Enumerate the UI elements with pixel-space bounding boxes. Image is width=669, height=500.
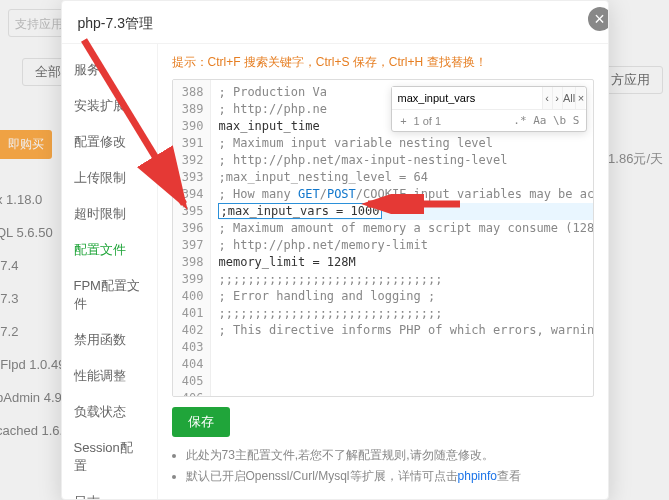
find-close-icon[interactable]: × bbox=[575, 87, 585, 109]
sidebar-item-5[interactable]: 配置文件 bbox=[62, 232, 157, 268]
sidebar-item-3[interactable]: 上传限制 bbox=[62, 160, 157, 196]
sidebar-item-9[interactable]: 负载状态 bbox=[62, 394, 157, 430]
sidebar-item-4[interactable]: 超时限制 bbox=[62, 196, 157, 232]
find-panel: ‹ › All × + 1 of 1 .* Aa \b S bbox=[391, 86, 587, 132]
code-line[interactable]: ;;;;;;;;;;;;;;;;;;;;;;;;;;;;;;; bbox=[219, 305, 593, 322]
editor-gutter: 3883893903913923933943953963973983994004… bbox=[173, 80, 211, 396]
sidebar-item-7[interactable]: 禁用函数 bbox=[62, 322, 157, 358]
sidebar-item-2[interactable]: 配置修改 bbox=[62, 124, 157, 160]
find-count: 1 of 1 bbox=[414, 115, 442, 127]
php-manage-modal: × php-7.3管理 服务安装扩展配置修改上传限制超时限制配置文件FPM配置文… bbox=[61, 0, 609, 500]
code-line[interactable]: ; How many GET/POST/COOKIE input variabl… bbox=[219, 186, 593, 203]
code-line[interactable]: ; http://php.net/max-input-nesting-level bbox=[219, 152, 593, 169]
modal-content: 提示：Ctrl+F 搜索关键字，Ctrl+S 保存，Ctrl+H 查找替换！ 3… bbox=[158, 44, 608, 499]
sidebar-item-11[interactable]: 日志 bbox=[62, 484, 157, 499]
find-next-button[interactable]: › bbox=[552, 87, 562, 109]
config-tips: 此处为73主配置文件,若您不了解配置规则,请勿随意修改。默认已开启Openssl… bbox=[172, 447, 594, 485]
code-line[interactable]: memory_limit = 128M bbox=[219, 254, 593, 271]
sidebar-item-10[interactable]: Session配置 bbox=[62, 430, 157, 484]
sidebar-item-1[interactable]: 安装扩展 bbox=[62, 88, 157, 124]
code-line[interactable]: ;max_input_vars = 1000 bbox=[219, 203, 593, 220]
sidebar-item-8[interactable]: 性能调整 bbox=[62, 358, 157, 394]
find-input[interactable] bbox=[392, 87, 542, 109]
code-line[interactable]: ;;;;;;;;;;;;;;;;;;;;;;;;;;;;;;; bbox=[219, 271, 593, 288]
code-line[interactable]: ; Maximum amount of memory a script may … bbox=[219, 220, 593, 237]
code-line[interactable]: ; Maximum input variable nesting level bbox=[219, 135, 593, 152]
find-options[interactable]: .* Aa \b S bbox=[513, 114, 579, 127]
editor-container: 3883893903913923933943953963973983994004… bbox=[172, 79, 594, 397]
modal-side-nav: 服务安装扩展配置修改上传限制超时限制配置文件FPM配置文件禁用函数性能调整负载状… bbox=[62, 44, 158, 499]
code-line[interactable]: ;max_input_nesting_level = 64 bbox=[219, 169, 593, 186]
code-line[interactable]: ; http://php.net/memory-limit bbox=[219, 237, 593, 254]
find-expand-icon[interactable]: + bbox=[398, 115, 410, 127]
tip-line: 默认已开启Openssl/Curl/Mysql等扩展，详情可点击phpinfo查… bbox=[186, 468, 594, 485]
tip-line: 此处为73主配置文件,若您不了解配置规则,请勿随意修改。 bbox=[186, 447, 594, 464]
modal-overlay: × php-7.3管理 服务安装扩展配置修改上传限制超时限制配置文件FPM配置文… bbox=[0, 0, 669, 500]
find-prev-button[interactable]: ‹ bbox=[542, 87, 552, 109]
code-line[interactable]: ; Error handling and logging ; bbox=[219, 288, 593, 305]
save-button[interactable]: 保存 bbox=[172, 407, 230, 437]
hint-text: 提示：Ctrl+F 搜索关键字，Ctrl+S 保存，Ctrl+H 查找替换！ bbox=[172, 54, 594, 71]
phpinfo-link[interactable]: phpinfo bbox=[458, 469, 497, 483]
modal-title: php-7.3管理 bbox=[62, 1, 608, 44]
find-all-button[interactable]: All bbox=[562, 87, 576, 109]
code-line[interactable]: ; This directive informs PHP of which er… bbox=[219, 322, 593, 339]
sidebar-item-0[interactable]: 服务 bbox=[62, 52, 157, 88]
sidebar-item-6[interactable]: FPM配置文件 bbox=[62, 268, 157, 322]
